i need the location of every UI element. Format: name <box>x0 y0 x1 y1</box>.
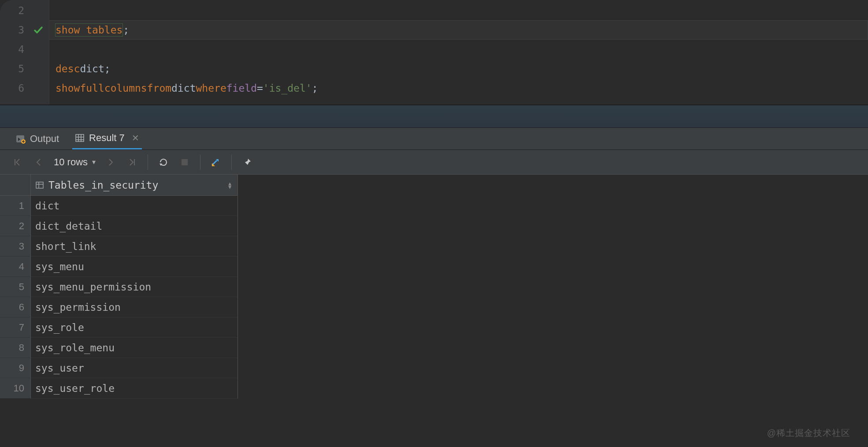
token-kw: where <box>196 82 226 94</box>
line-number: 6 <box>13 82 24 94</box>
token-kw: columns <box>104 82 147 94</box>
toolbar-separator <box>200 155 200 170</box>
token-punct: ; <box>104 63 111 74</box>
sql-editor[interactable]: 23456 show tables;desc dict;show full co… <box>0 0 868 105</box>
grid-cell[interactable]: sys_menu_permission <box>31 277 237 297</box>
tab-output[interactable]: Output <box>13 128 62 149</box>
grid-cell[interactable]: sys_user_role <box>31 378 237 399</box>
code-line[interactable]: show full columns from dict where field … <box>56 78 868 98</box>
gutter-row: 3 <box>0 20 49 40</box>
grid-cell[interactable]: sys_menu <box>31 257 237 277</box>
add-row-button[interactable] <box>208 154 224 171</box>
grid-icon <box>75 133 85 143</box>
gutter-row: 2 <box>0 1 49 20</box>
token-punct: ; <box>123 24 129 36</box>
grid-row-number: 8 <box>0 338 30 358</box>
toolbar-separator <box>148 155 148 170</box>
grid-column-header[interactable]: Tables_in_security ▴▾ <box>31 175 237 196</box>
column-type-icon <box>35 181 44 190</box>
token-ident: dict <box>80 63 104 74</box>
grid-cell[interactable]: dict <box>31 196 237 216</box>
editor-code-area[interactable]: show tables;desc dict;show full columns … <box>49 0 868 104</box>
grid-cell[interactable]: sys_role_menu <box>31 338 237 358</box>
check-icon <box>32 25 45 35</box>
grid-cell[interactable]: sys_role <box>31 317 237 338</box>
code-line[interactable]: show tables; <box>49 20 868 40</box>
token-ident: dict <box>171 82 196 94</box>
rows-dropdown[interactable]: 10 rows ▾ <box>51 156 98 168</box>
svg-rect-3 <box>76 134 84 142</box>
gutter-row: 4 <box>0 40 49 59</box>
gutter-row: 5 <box>0 59 49 78</box>
token-kw: show <box>56 82 80 94</box>
editor-gutter: 23456 <box>0 0 49 104</box>
grid-row-number: 2 <box>0 216 30 236</box>
line-number: 3 <box>13 24 24 36</box>
line-number: 2 <box>13 5 24 16</box>
grid-cell[interactable]: sys_permission <box>31 297 237 317</box>
rows-dropdown-label: 10 rows <box>54 156 88 168</box>
prev-page-button[interactable] <box>30 154 47 171</box>
token-kw: from <box>147 82 171 94</box>
refresh-button[interactable] <box>155 154 172 171</box>
grid-row-number: 5 <box>0 277 30 297</box>
code-line[interactable] <box>56 40 868 59</box>
grid-column-header-text: Tables_in_security <box>48 179 158 191</box>
line-number: 5 <box>13 63 24 74</box>
grid-row-number: 4 <box>0 257 30 277</box>
stop-button[interactable] <box>176 154 193 171</box>
grid-row-number: 1 <box>0 196 30 216</box>
next-page-button[interactable] <box>103 154 119 171</box>
grid-row-number: 9 <box>0 358 30 378</box>
token-kw: full <box>80 82 104 94</box>
output-icon <box>16 134 26 144</box>
grid-row-number: 7 <box>0 317 30 338</box>
pin-button[interactable] <box>239 154 256 171</box>
token-str: 'is_del' <box>263 82 312 94</box>
grid-row-number: 3 <box>0 236 30 257</box>
token-col: field <box>226 82 257 94</box>
grid-cell[interactable]: sys_user <box>31 358 237 378</box>
code-line[interactable] <box>56 1 868 20</box>
sort-icon[interactable]: ▴▾ <box>227 182 232 189</box>
grid-cell[interactable]: short_link <box>31 236 237 257</box>
grid-row-number: 6 <box>0 297 30 317</box>
code-line[interactable]: desc dict; <box>56 59 868 78</box>
tab-result[interactable]: Result 7 ✕ <box>72 128 142 149</box>
result-grid[interactable]: 12345678910 Tables_in_security ▴▾ dictdi… <box>0 175 868 399</box>
grid-column: Tables_in_security ▴▾ dictdict_detailsho… <box>31 175 238 399</box>
token-kw: desc <box>56 63 80 74</box>
token-op: = <box>257 82 263 94</box>
chevron-down-icon: ▾ <box>92 158 96 166</box>
first-page-button[interactable] <box>9 154 26 171</box>
last-page-button[interactable] <box>124 154 141 171</box>
ide-window: 23456 show tables;desc dict;show full co… <box>0 0 868 447</box>
tab-result-label: Result 7 <box>89 132 125 144</box>
close-icon[interactable]: ✕ <box>132 133 139 143</box>
svg-rect-9 <box>182 159 188 165</box>
token-kw: show <box>56 24 80 36</box>
result-tab-bar: Output Result 7 ✕ <box>0 128 868 150</box>
result-toolbar: 10 rows ▾ <box>0 150 868 175</box>
svg-rect-12 <box>36 182 43 188</box>
gutter-row: 6 <box>0 78 49 98</box>
token-punct: ; <box>312 82 318 94</box>
editor-result-divider <box>0 105 868 128</box>
grid-row-numbers: 12345678910 <box>0 175 31 399</box>
toolbar-separator <box>231 155 232 170</box>
token-kw: tables <box>86 24 122 36</box>
line-number: 4 <box>13 44 24 55</box>
grid-cell[interactable]: dict_detail <box>31 216 237 236</box>
tab-output-label: Output <box>30 133 59 145</box>
grid-row-number: 10 <box>0 378 30 399</box>
watermark-text: @稀土掘金技术社区 <box>767 427 850 439</box>
